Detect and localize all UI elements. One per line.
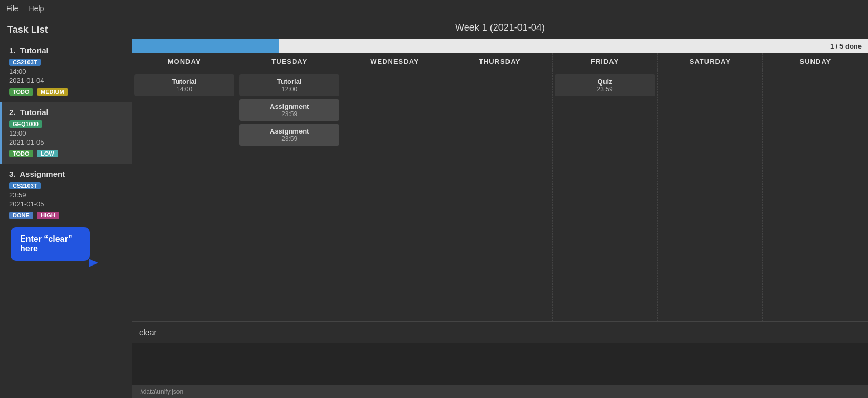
task-1-status-tag: TODO bbox=[9, 88, 33, 96]
task-3-course-tag: CS2103T bbox=[9, 182, 41, 189]
cal-event-tuesday-assignment-1[interactable]: Assignment23:59 bbox=[239, 99, 339, 121]
menu-file[interactable]: File bbox=[6, 4, 18, 13]
task-2-status-tag: TODO bbox=[9, 150, 33, 157]
cal-day-tuesday: Tutorial12:00 Assignment23:59 Assignment… bbox=[237, 70, 342, 321]
bottom-section: clear .\data\unify.json bbox=[132, 321, 868, 398]
week-header: Week 1 (2021-01-04) bbox=[132, 17, 868, 39]
cal-header-thursday: THURSDAY bbox=[447, 53, 552, 70]
task-3-time: 23:59 bbox=[9, 191, 125, 199]
menubar: File Help bbox=[0, 0, 868, 17]
cal-event-tuesday-tutorial[interactable]: Tutorial12:00 bbox=[239, 74, 339, 96]
progress-bar bbox=[132, 39, 279, 53]
cal-header-saturday: SATURDAY bbox=[658, 53, 763, 70]
main-area: Task List 1. Tutorial CS2103T 14:00 2021… bbox=[0, 17, 868, 398]
cal-day-wednesday bbox=[342, 70, 447, 321]
task-item-3[interactable]: 3. Assignment CS2103T 23:59 2021-01-05 D… bbox=[0, 164, 132, 226]
task-item-1[interactable]: 1. Tutorial CS2103T 14:00 2021-01-04 TOD… bbox=[0, 41, 132, 102]
task-2-time: 12:00 bbox=[9, 129, 125, 137]
task-item-2[interactable]: 2. Tutorial GEQ1000 12:00 2021-01-05 TOD… bbox=[0, 102, 132, 164]
calendar: MONDAY TUESDAY WEDNESDAY THURSDAY FRIDAY… bbox=[132, 53, 868, 321]
task-list-title: Task List bbox=[0, 22, 132, 41]
cal-event-friday-quiz[interactable]: Quiz23:59 bbox=[555, 74, 655, 96]
task-1-time: 14:00 bbox=[9, 68, 125, 75]
calendar-body: Tutorial14:00 Tutorial12:00 Assignment23… bbox=[132, 70, 868, 321]
cal-header-friday: FRIDAY bbox=[553, 53, 658, 70]
task-1-course-tag: CS2103T bbox=[9, 59, 41, 66]
status-path: .\data\unify.json bbox=[139, 388, 183, 395]
cal-day-monday: Tutorial14:00 bbox=[132, 70, 237, 321]
task-2-title: 2. Tutorial bbox=[9, 108, 125, 117]
output-area bbox=[132, 343, 868, 385]
task-2-date: 2021-01-05 bbox=[9, 138, 125, 146]
right-panel: Week 1 (2021-01-04) 1 / 5 done MONDAY TU… bbox=[132, 17, 868, 398]
progress-text: 1 / 5 done bbox=[830, 42, 862, 50]
task-3-status-tag: DONE bbox=[9, 212, 33, 219]
sidebar: Task List 1. Tutorial CS2103T 14:00 2021… bbox=[0, 17, 132, 398]
cal-header-sunday: SUNDAY bbox=[763, 53, 868, 70]
command-bar: clear bbox=[132, 322, 868, 343]
task-3-priority-tag: HIGH bbox=[37, 212, 59, 219]
menu-help[interactable]: Help bbox=[29, 4, 44, 13]
cal-day-sunday bbox=[763, 70, 868, 321]
cal-header-monday: MONDAY bbox=[132, 53, 237, 70]
command-value[interactable]: clear bbox=[139, 328, 157, 337]
cal-day-thursday bbox=[447, 70, 552, 321]
task-1-priority-tag: MEDIUM bbox=[37, 88, 68, 96]
task-1-title: 1. Tutorial bbox=[9, 46, 125, 55]
calendar-header: MONDAY TUESDAY WEDNESDAY THURSDAY FRIDAY… bbox=[132, 53, 868, 70]
cal-header-tuesday: TUESDAY bbox=[237, 53, 342, 70]
task-2-priority-tag: LOW bbox=[37, 150, 58, 157]
cal-header-wednesday: WEDNESDAY bbox=[342, 53, 447, 70]
task-3-date: 2021-01-05 bbox=[9, 200, 125, 208]
cal-event-monday-tutorial[interactable]: Tutorial14:00 bbox=[134, 74, 234, 96]
progress-bar-container: 1 / 5 done bbox=[132, 39, 868, 53]
task-1-date: 2021-01-04 bbox=[9, 77, 125, 84]
cal-day-saturday bbox=[658, 70, 763, 321]
cal-event-tuesday-assignment-2[interactable]: Assignment23:59 bbox=[239, 124, 339, 146]
status-bar: .\data\unify.json bbox=[132, 385, 868, 398]
cal-day-friday: Quiz23:59 bbox=[553, 70, 658, 321]
task-3-title: 3. Assignment bbox=[9, 169, 125, 178]
tooltip: Enter “clear” here bbox=[11, 227, 90, 261]
task-2-course-tag: GEQ1000 bbox=[9, 120, 42, 128]
